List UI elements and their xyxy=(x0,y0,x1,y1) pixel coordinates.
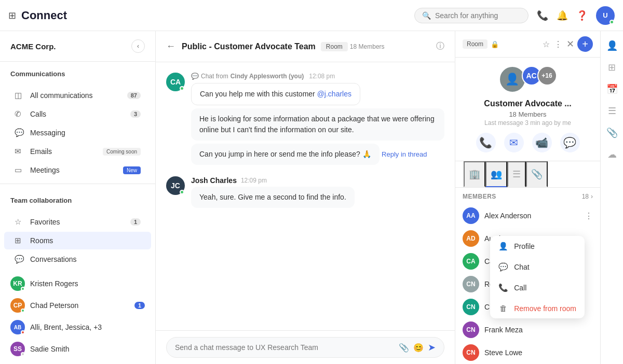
search-bar: 🔍 xyxy=(414,8,529,23)
back-button[interactable]: ← xyxy=(166,41,175,52)
cindy-avatar: CA xyxy=(166,73,185,91)
profile-call-button[interactable]: 📞 xyxy=(476,133,496,152)
context-menu-profile[interactable]: 👤 Profile xyxy=(490,236,585,257)
chad-peterson-avatar: CP xyxy=(10,298,25,313)
chad-status-dot xyxy=(21,309,25,313)
reub-avatar: CN xyxy=(463,276,479,292)
panel-profile: 👤 AC +16 Customer Advocate ... 18 Member… xyxy=(455,58,600,161)
panel-room-tag: Room xyxy=(463,39,487,49)
member-item-alex-anderson[interactable]: AA Alex Anderson ⋮ xyxy=(463,204,593,227)
msg-sender: Cindy Applesworth (you) xyxy=(231,73,304,80)
austi-avatar: AD xyxy=(463,230,479,247)
message-group-1: CA 💬 Chat from Cindy Applesworth (you) 1… xyxy=(166,73,444,168)
sidebar-item-calls[interactable]: ✆ Calls 3 xyxy=(4,105,151,123)
messaging-icon: 💬 xyxy=(15,128,25,137)
side-person-button[interactable]: 👤 xyxy=(603,36,621,55)
members-total[interactable]: 18 › xyxy=(582,193,593,200)
context-menu: 👤 Profile 💬 Chat 📞 Call 🗑 Remove from ro… xyxy=(490,236,585,318)
conv-item-chad-peterson[interactable]: CP Chad Peterson 1 xyxy=(0,295,155,316)
chat-info-icon[interactable]: ⓘ xyxy=(436,41,444,52)
team-collab-section: Team collaboration xyxy=(0,188,155,213)
kristen-status-dot xyxy=(21,287,25,291)
msg-content-2: Josh Charles 12:09 pm Yeah, sure. Give m… xyxy=(191,176,444,211)
sidebar-item-rooms[interactable]: ⊞ Rooms xyxy=(4,232,151,249)
remove-menu-icon: 🗑 xyxy=(498,304,508,313)
alex-avatar: AA xyxy=(463,207,479,224)
alex-more-button[interactable]: ⋮ xyxy=(585,211,593,221)
tab-building[interactable]: 🏢 xyxy=(464,161,485,187)
sidebar-divider xyxy=(0,184,155,184)
context-menu-call[interactable]: 📞 Call xyxy=(490,277,585,298)
conv-item-group[interactable]: AB Alli, Brent, Jessica, +3 xyxy=(0,316,155,338)
sidebar-item-meetings[interactable]: ▭ Meetings New xyxy=(4,161,151,179)
org-name: ACME Corp. xyxy=(10,42,56,51)
member-item-frank-meza[interactable]: CN Frank Meza xyxy=(463,318,593,341)
conversations-list: KR Kristen Rogers CP Chad Peterson 1 AB xyxy=(0,269,155,364)
side-cloud-button[interactable]: ☁ xyxy=(603,145,621,164)
tab-list[interactable]: ☰ xyxy=(507,161,526,187)
all-comm-icon: ◫ xyxy=(15,91,25,100)
send-message-button[interactable]: ➤ xyxy=(428,342,436,353)
sidebar-item-all-communications[interactable]: ◫ All communications 87 xyxy=(4,87,151,104)
cindy-status-dot xyxy=(180,86,184,91)
conv-item-kristen-rogers[interactable]: KR Kristen Rogers xyxy=(0,273,155,295)
chat-input-area: 📎 😊 ➤ xyxy=(156,330,455,364)
josh-status-dot xyxy=(180,190,184,194)
conversations-icon: 💬 xyxy=(15,255,25,264)
user-avatar[interactable]: U xyxy=(596,6,615,25)
msg-bubble-1a: Can you help me with this customer @j.ch… xyxy=(191,83,360,105)
calls-badge: 3 xyxy=(130,110,141,118)
msg-bubble-2a: Yeah, sure. Give me a second to find the… xyxy=(191,187,355,208)
phone-nav-button[interactable]: 📞 xyxy=(537,10,548,21)
reply-in-thread-link[interactable]: Reply in thread xyxy=(382,150,427,158)
msg-time-2: 12:09 pm xyxy=(241,177,267,184)
panel-close-button[interactable]: ✕ xyxy=(566,38,574,50)
profile-last-msg: Last message 3 min ago by me xyxy=(484,119,571,127)
panel-add-button[interactable]: + xyxy=(577,36,593,52)
help-nav-button[interactable]: ❓ xyxy=(576,10,588,21)
calls-icon: ✆ xyxy=(15,109,25,119)
profile-video-button[interactable]: 📹 xyxy=(532,133,552,152)
search-input[interactable] xyxy=(435,11,518,20)
sidebar-item-messaging[interactable]: 💬 Messaging xyxy=(4,124,151,142)
collapse-sidebar-button[interactable]: ‹ xyxy=(131,39,145,53)
sidebar-item-label: All communications xyxy=(30,91,127,100)
side-calendar-button[interactable]: 📅 xyxy=(603,80,621,99)
sadie-status-dot xyxy=(21,352,25,356)
side-clip-button[interactable]: 📎 xyxy=(603,123,621,142)
mention-jcharles: @j.charles xyxy=(317,90,351,98)
attach-file-button[interactable]: 📎 xyxy=(399,343,409,353)
room-tag-badge: Room xyxy=(321,42,348,51)
member-name: Alex Anderson xyxy=(484,212,585,220)
tab-members[interactable]: 👥 xyxy=(485,161,507,187)
top-nav: ⊞ Connect 🔍 📞 🔔 ❓ U xyxy=(0,0,623,31)
sidebar-item-label: Meetings xyxy=(30,166,120,174)
panel-action-buttons: ☆ ⋮ ✕ xyxy=(543,38,574,50)
bell-nav-button[interactable]: 🔔 xyxy=(557,10,568,21)
favorites-icon: ☆ xyxy=(15,217,25,227)
user-status-dot xyxy=(610,20,614,24)
tab-attachments[interactable]: 📎 xyxy=(526,161,548,187)
sidebar-item-emails[interactable]: ✉ Emails Coming soon xyxy=(4,143,151,160)
chat-messages: CA 💬 Chat from Cindy Applesworth (you) 1… xyxy=(156,62,455,330)
context-menu-chat[interactable]: 💬 Chat xyxy=(490,257,585,277)
side-grid-button[interactable]: ⊞ xyxy=(603,58,621,77)
panel-more-button[interactable]: ⋮ xyxy=(554,39,562,49)
side-list-button[interactable]: ☰ xyxy=(603,102,621,120)
profile-name: Customer Advocate ... xyxy=(484,99,571,108)
app-container: ⊞ Connect 🔍 📞 🔔 ❓ U ACME Corp. ‹ Communi… xyxy=(0,0,623,364)
member-item-steve-lowe[interactable]: CN Steve Lowe xyxy=(463,341,593,364)
panel-star-button[interactable]: ☆ xyxy=(543,39,550,49)
emoji-button[interactable]: 😊 xyxy=(413,343,424,353)
profile-avatar-plus: +16 xyxy=(537,66,557,86)
sidebar-item-favorites[interactable]: ☆ Favorites 1 xyxy=(4,213,151,231)
msg-header-2: Josh Charles 12:09 pm xyxy=(191,176,444,185)
context-menu-remove[interactable]: 🗑 Remove from room xyxy=(490,298,585,318)
chat-message-input[interactable] xyxy=(175,343,395,352)
sidebar-item-conversations[interactable]: 💬 Conversations xyxy=(4,250,151,268)
josh-avatar: JC xyxy=(166,176,185,195)
profile-email-button[interactable]: ✉ xyxy=(504,133,524,152)
panel-tabs: 🏢 👥 ☰ 📎 xyxy=(455,161,600,188)
conv-item-sadie-smith[interactable]: SS Sadie Smith xyxy=(0,338,155,360)
profile-chat-button[interactable]: 💬 xyxy=(560,133,580,152)
